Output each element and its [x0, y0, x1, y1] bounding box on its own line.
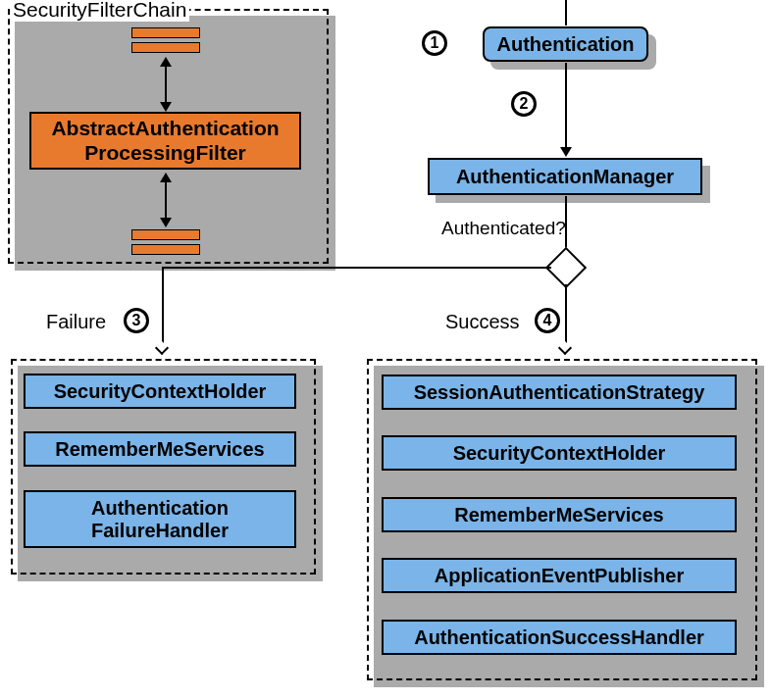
- fc-line-1: [165, 65, 167, 104]
- failure-item-2-l2: FailureHandler: [91, 520, 229, 542]
- decision-diamond: [545, 247, 587, 288]
- filter-bar-bot-2: [131, 244, 200, 255]
- success-item-2: RememberMeServices: [382, 497, 737, 532]
- r-line-0: [565, 0, 567, 25]
- failure-item-2: Authentication FailureHandler: [24, 490, 296, 548]
- success-arrow: [558, 341, 572, 355]
- authentication-box: Authentication: [483, 26, 648, 62]
- aapf-label-2: ProcessingFilter: [84, 141, 246, 165]
- filter-bar-top-2: [131, 42, 200, 53]
- authentication-label: Authentication: [497, 33, 635, 56]
- fc-arrow-down-1: [160, 102, 172, 112]
- authentication-manager-box: AuthenticationManager: [428, 158, 702, 195]
- failure-arrow: [155, 341, 169, 355]
- filterchain-title: SecurityFilterChain: [10, 0, 189, 22]
- fc-arrow-up-1: [160, 57, 172, 67]
- failure-v-line: [162, 267, 164, 353]
- fc-arrow-down-2: [160, 218, 172, 227]
- success-label: Success: [445, 311, 520, 333]
- fc-line-2: [165, 180, 167, 220]
- success-item-3: ApplicationEventPublisher: [382, 558, 737, 593]
- step-2: 2: [511, 91, 537, 117]
- failure-h-line: [162, 267, 551, 269]
- failure-item-2-l1: Authentication: [91, 497, 229, 520]
- failure-label: Failure: [46, 311, 106, 333]
- failure-item-0: SecurityContextHolder: [24, 374, 296, 409]
- r-line-1: [565, 63, 567, 149]
- step-4: 4: [535, 308, 560, 333]
- filter-bar-bot-1: [131, 229, 200, 240]
- r-arrow-1: [560, 147, 572, 157]
- fc-arrow-up-2: [160, 173, 172, 182]
- step-3: 3: [124, 308, 149, 333]
- authmanager-label: AuthenticationManager: [456, 166, 674, 188]
- step-1: 1: [422, 30, 447, 56]
- success-item-1: SecurityContextHolder: [382, 435, 737, 471]
- aapf-label-1: AbstractAuthentication: [51, 117, 279, 140]
- success-item-4: AuthenticationSuccessHandler: [382, 620, 737, 655]
- success-item-0: SessionAuthenticationStrategy: [382, 375, 737, 410]
- authenticated-label: Authenticated?: [441, 218, 566, 239]
- failure-item-1: RememberMeServices: [24, 431, 296, 467]
- abstract-auth-processing-filter: AbstractAuthentication ProcessingFilter: [29, 112, 301, 170]
- filter-bar-top-1: [131, 27, 200, 38]
